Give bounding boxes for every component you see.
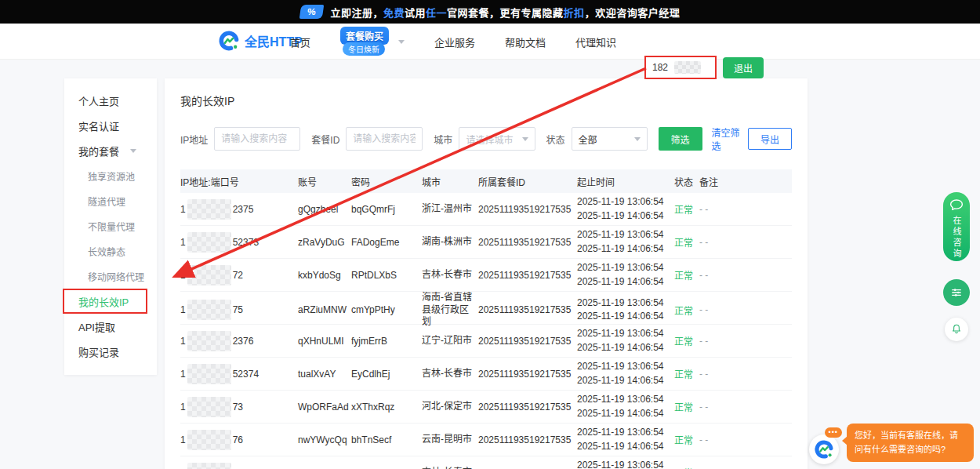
ip-port-suffix: 76 <box>233 434 243 445</box>
sidebar-item-unlimited-proxy[interactable]: 不限量代理 <box>64 213 157 238</box>
sidebar-item-api-extract[interactable]: API提取 <box>64 314 157 339</box>
time-start: 2025-11-19 13:06:54 <box>577 195 674 209</box>
filter-button[interactable]: 筛选 <box>659 127 702 151</box>
cell-ip-port: 173 <box>180 397 298 417</box>
nav-home[interactable]: 首页 <box>290 35 310 49</box>
city-select[interactable]: 请选择城市 <box>459 127 535 151</box>
cell-city: 河北-保定市 <box>422 401 478 413</box>
cell-remark: - - <box>699 304 792 315</box>
cell-password: RPtDLXbS <box>351 270 422 281</box>
city-filter-label: 城市 <box>434 133 452 146</box>
nav-docs[interactable]: 帮助文档 <box>505 35 546 49</box>
cell-city: 浙江-温州市 <box>422 203 478 216</box>
col-city: 城市 <box>422 175 478 188</box>
cell-remark: - - <box>699 402 792 413</box>
time-start: 2025-11-19 13:06:54 <box>577 459 674 469</box>
table-row: 152374 tualXvAY EyCdlhEj 吉林-长春市 20251119… <box>180 358 792 391</box>
sidebar-item-label: 独享资源池 <box>88 169 135 183</box>
logout-button[interactable]: 退出 <box>723 57 764 78</box>
package-id-search-input[interactable] <box>346 127 423 151</box>
sidebar-item-label: 我的套餐 <box>78 144 119 158</box>
sidebar-item-purchase-history[interactable]: 购买记录 <box>64 339 157 364</box>
ip-redacted-blur <box>187 463 231 469</box>
clear-filters-link[interactable]: 清空筛选 <box>712 125 748 152</box>
logo-icon <box>218 30 240 52</box>
nav-purchase-promo-pill: 冬日焕新 <box>343 42 385 56</box>
time-end: 2025-11-19 14:06:54 <box>577 341 674 354</box>
cell-time-range: 2025-11-19 13:06:54 2025-11-19 14:06:54 <box>577 195 674 223</box>
cell-city: 湖南-株洲市 <box>422 236 478 249</box>
user-account-annotated-box[interactable]: 182 <box>644 56 717 79</box>
ip-search-input[interactable] <box>214 127 300 151</box>
cell-ip-port: 175 <box>180 300 298 320</box>
sidebar-item-label: 实名认证 <box>78 118 119 133</box>
ip-port-suffix: 2376 <box>233 336 254 347</box>
customer-service-message[interactable]: 您好，当前有客服在线，请问有什么需要咨询的吗? <box>847 424 974 462</box>
time-start: 2025-11-19 13:06:54 <box>577 228 674 242</box>
promo-text: 立即注册，免费试用任一官网套餐，更有专属隐藏折扣，欢迎咨询客户经理 <box>331 5 681 20</box>
sidebar-item-label: 不限量代理 <box>88 220 135 233</box>
table-row: 173 WpORFaAd xXThxRqz 河北-保定市 20251119351… <box>180 391 792 424</box>
table-header-row: IP地址:端口号 账号 密码 城市 所属套餐ID 起止时间 状态 备注 <box>180 169 792 193</box>
sidebar-item-mobile-proxy[interactable]: 移动网络代理 <box>64 264 157 289</box>
settings-sliders-button[interactable] <box>943 279 970 306</box>
sidebar-item-my-longterm-ip[interactable]: 我的长效IP <box>64 289 157 314</box>
chevron-down-icon <box>130 149 136 153</box>
cell-package-id: 202511193519217535 <box>478 434 577 445</box>
customer-service-avatar[interactable]: ••• <box>809 434 839 464</box>
sidebar-item-verification[interactable]: 实名认证 <box>64 113 157 138</box>
cell-ip-port: 152373 <box>180 232 298 253</box>
ip-prefix: 1 <box>180 434 186 445</box>
cell-remark: - - <box>699 270 792 281</box>
cell-time-range: 2025-11-19 13:06:54 2025-11-19 14:06:54 <box>577 459 674 469</box>
status-select-value: 全部 <box>579 133 597 146</box>
nav-knowledge[interactable]: 代理知识 <box>575 35 616 49</box>
cell-ip-port: 152374 <box>180 364 298 384</box>
export-button[interactable]: 导出 <box>748 128 792 150</box>
ip-prefix: 1 <box>180 304 186 315</box>
ip-port-suffix: 2375 <box>233 204 254 215</box>
nav-purchase[interactable]: 套餐购买 冬日焕新 <box>340 24 389 60</box>
ip-prefix: 1 <box>180 369 186 380</box>
ip-prefix: 1 <box>180 402 186 413</box>
ip-table: IP地址:端口号 账号 密码 城市 所属套餐ID 起止时间 状态 备注 1237… <box>180 169 792 469</box>
cell-password: bhTnSecf <box>351 434 422 445</box>
cell-time-range: 2025-11-19 13:06:54 2025-11-19 14:06:54 <box>577 360 674 387</box>
chevron-down-icon[interactable] <box>398 40 405 44</box>
cell-package-id: 202511193519217535 <box>478 402 577 413</box>
cell-city: 吉林-长春市 <box>422 269 478 282</box>
nav-enterprise[interactable]: 企业服务 <box>434 35 475 49</box>
cell-city: 吉林-长春市 <box>422 368 478 380</box>
sidebar-item-label: 移动网络代理 <box>88 270 144 283</box>
cell-status: 正常 <box>674 400 699 413</box>
cell-status: 正常 <box>674 334 699 347</box>
cell-package-id: 202511193519217535 <box>478 304 577 315</box>
ip-port-suffix: 52374 <box>233 369 259 380</box>
promo-segment: 试用 <box>405 7 426 19</box>
cell-account: WpORFaAd <box>298 402 351 413</box>
online-chat-widget[interactable]: 在线咨询 <box>943 192 970 261</box>
col-status: 状态 <box>674 175 699 188</box>
table-row: 12375 gQgzbeel bqGQmrFj 浙江-温州市 202511193… <box>180 193 792 226</box>
cell-time-range: 2025-11-19 13:06:54 2025-11-19 14:06:54 <box>577 393 674 420</box>
sidebar-item-longterm-static[interactable]: 长效静态 <box>64 238 157 264</box>
cell-remark: - - <box>699 434 792 445</box>
sidebar-item-profile[interactable]: 个人主页 <box>64 88 157 113</box>
promo-segment-highlight: 任一 <box>426 7 447 19</box>
cell-time-range: 2025-11-19 13:06:54 2025-11-19 14:06:54 <box>577 426 674 453</box>
cell-ip-port: 12375 <box>180 199 298 220</box>
sidebar-item-exclusive-pool[interactable]: 独享资源池 <box>64 163 157 188</box>
sidebar-item-tunnel-proxy[interactable]: 隧道代理 <box>64 188 157 213</box>
ip-prefix: 1 <box>180 270 186 281</box>
promo-banner: % 立即注册，免费试用任一官网套餐，更有专属隐藏折扣，欢迎咨询客户经理 <box>0 0 980 24</box>
notification-bell-button[interactable] <box>945 318 968 341</box>
table-row: 175 aRZiuMNW cmYpPtHy 海南-省直辖县级行政区划 20251… <box>180 292 792 325</box>
ip-port-suffix: 73 <box>233 402 243 413</box>
status-select[interactable]: 全部 <box>572 127 648 151</box>
sidebar-item-my-packages[interactable]: 我的套餐 <box>64 138 157 163</box>
sliders-icon <box>949 285 964 300</box>
promo-segment: 官网套餐，更有专属隐藏 <box>447 7 564 19</box>
main-nav: 首页 套餐购买 冬日焕新 企业服务 帮助文档 代理知识 <box>290 24 616 60</box>
cell-account: zRaVyDuG <box>298 237 351 248</box>
percent-badge-icon: % <box>299 5 324 19</box>
